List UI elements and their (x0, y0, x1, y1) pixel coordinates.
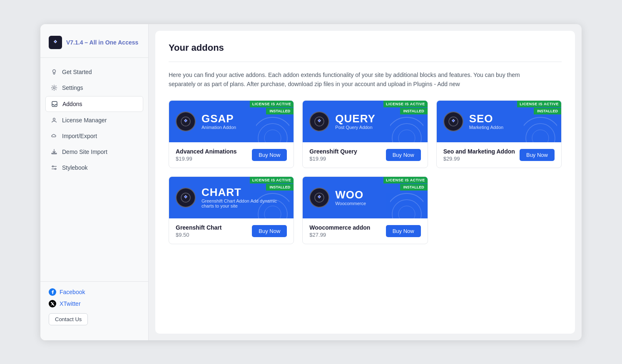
addon-footer-gsap: Advanced Animations $19.99 Buy Now (169, 142, 294, 168)
svg-point-23 (398, 130, 415, 142)
svg-point-35 (318, 196, 321, 198)
twitter-icon (49, 300, 56, 307)
addon-name-chart: Greenshift Chart (176, 224, 221, 231)
page-title: Your addons (169, 42, 562, 53)
svg-point-28 (532, 130, 549, 142)
facebook-label: Facebook (60, 289, 85, 295)
svg-point-6 (53, 118, 55, 120)
sidebar-item-get-started[interactable]: Get Started (45, 64, 143, 79)
addon-icon-chart (176, 188, 196, 208)
addon-banner-chart: CHART Greenshift Chart Addon Add dynamic… (169, 177, 294, 218)
svg-point-10 (52, 166, 54, 167)
addon-banner-subtitle-seo: Marketing Addon (469, 125, 504, 130)
sidebar-item-settings[interactable]: Settings (45, 80, 143, 95)
addon-card-chart: CHART Greenshift Chart Addon Add dynamic… (169, 176, 294, 244)
addon-price-woo: $27.99 (309, 232, 370, 238)
facebook-icon (49, 288, 56, 296)
addon-banner-text-seo: SEO Marketing Addon (469, 113, 504, 130)
svg-rect-7 (52, 153, 57, 154)
svg-point-1 (55, 41, 56, 42)
sidebar-item-import-export[interactable]: Import/Export (45, 129, 143, 144)
sidebar-item-demo-site-import[interactable]: Demo Site Import (45, 144, 143, 159)
svg-point-22 (392, 124, 421, 142)
addon-name-query: Greenshift Query (309, 148, 357, 155)
buy-now-button-query[interactable]: Buy Now (386, 149, 421, 161)
addon-badges-gsap: LICENSE IS ACTIVE INSTALLED (250, 101, 294, 114)
svg-point-17 (258, 124, 287, 142)
addon-icon-query (309, 111, 329, 131)
sidebar: V7.1.4 – All in One Access Get Started (40, 24, 149, 340)
addon-license-badge-seo: LICENSE IS ACTIVE (517, 101, 561, 107)
buy-now-button-gsap[interactable]: Buy Now (252, 149, 287, 161)
download-icon (50, 148, 58, 156)
svg-point-27 (526, 124, 555, 142)
sidebar-nav: Get Started Settings (40, 64, 148, 281)
addon-icon-gsap (176, 111, 196, 131)
addon-license-badge-chart: LICENSE IS ACTIVE (250, 177, 294, 183)
addon-price-query: $19.99 (309, 156, 357, 162)
sidebar-logo: V7.1.4 – All in One Access (40, 32, 148, 58)
svg-point-18 (264, 130, 281, 142)
addon-banner-name-woo: WOO (335, 189, 366, 200)
sidebar-item-import-export-label: Import/Export (62, 133, 97, 139)
logo-icon (49, 36, 62, 49)
addon-license-badge-woo: LICENSE IS ACTIVE (383, 177, 428, 183)
addon-badges-woo: LICENSE IS ACTIVE INSTALLED (383, 177, 428, 191)
addon-banner-subtitle-chart: Greenshift Chart Addon Add dynamic chart… (202, 198, 287, 208)
sidebar-item-license-manager[interactable]: License Manager (45, 113, 143, 128)
svg-point-2 (53, 69, 56, 72)
sidebar-item-stylebook[interactable]: Stylebook (45, 160, 143, 175)
buy-now-button-seo[interactable]: Buy Now (520, 149, 555, 161)
addon-banner-text-woo: WOO Woocommerce (335, 189, 366, 206)
addon-banner-subtitle-gsap: Animation Addon (202, 125, 236, 130)
contact-us-button[interactable]: Contact Us (49, 313, 88, 325)
addon-banner-text-query: QUERY Post Query Addon (335, 113, 376, 130)
addon-banner-seo: SEO Marketing Addon LICENSE IS ACTIVE IN… (437, 101, 561, 142)
svg-point-30 (185, 196, 187, 198)
sidebar-item-settings-label: Settings (62, 84, 83, 91)
main-content: Your addons Here you can find your activ… (155, 31, 575, 334)
addon-banner-subtitle-woo: Woocommerce (335, 201, 366, 206)
addon-price-seo: $29.99 (443, 156, 515, 162)
lightbulb-icon (50, 68, 58, 76)
sidebar-footer: Facebook XTwitter Contact Us (40, 281, 148, 332)
svg-point-15 (185, 120, 187, 122)
svg-point-4 (53, 87, 55, 89)
buy-now-button-woo[interactable]: Buy Now (386, 225, 421, 237)
cloud-icon (50, 132, 58, 140)
addon-footer-chart: Greenshift Chart $9.50 Buy Now (169, 218, 294, 244)
inbox-icon (51, 100, 58, 108)
addon-license-badge-gsap: LICENSE IS ACTIVE (250, 101, 294, 107)
person-icon (50, 116, 58, 124)
addon-footer-seo: Seo and Marketing Addon $29.99 Buy Now (437, 142, 561, 168)
addon-badges-query: LICENSE IS ACTIVE INSTALLED (383, 101, 428, 114)
addon-banner-gsap: GSAP Animation Addon LICENSE IS ACTIVE I… (169, 101, 294, 142)
addon-card-gsap: GSAP Animation Addon LICENSE IS ACTIVE I… (169, 100, 294, 168)
sidebar-item-addons[interactable]: Addons (45, 96, 143, 112)
svg-point-11 (55, 168, 56, 169)
twitter-link[interactable]: XTwitter (49, 300, 140, 307)
addon-banner-text-chart: CHART Greenshift Chart Addon Add dynamic… (202, 187, 287, 208)
svg-point-25 (452, 120, 454, 122)
sidebar-item-demo-site-import-label: Demo Site Import (62, 149, 107, 155)
facebook-link[interactable]: Facebook (49, 288, 140, 296)
addon-name-woo: Woocommerce addon (309, 224, 370, 231)
buy-now-button-chart[interactable]: Buy Now (252, 225, 287, 237)
sidebar-item-stylebook-label: Stylebook (62, 164, 87, 171)
addon-banner-woo: WOO Woocommerce LICENSE IS ACTIVE INSTAL… (303, 177, 427, 218)
sidebar-item-get-started-label: Get Started (62, 69, 92, 75)
addon-banner-name-gsap: GSAP (202, 113, 236, 124)
addon-price-gsap: $19.99 (176, 156, 237, 162)
svg-point-38 (398, 206, 415, 218)
addons-grid: GSAP Animation Addon LICENSE IS ACTIVE I… (169, 100, 562, 244)
title-divider (169, 62, 562, 62)
addon-banner-name-chart: CHART (202, 187, 287, 198)
addon-banner-name-query: QUERY (335, 113, 376, 124)
sliders-icon (50, 164, 58, 171)
addon-card-woo: WOO Woocommerce LICENSE IS ACTIVE INSTAL… (302, 176, 428, 244)
addon-footer-query: Greenshift Query $19.99 Buy Now (303, 142, 427, 168)
addon-banner-name-seo: SEO (469, 113, 504, 124)
logo-version: V7.1.4 – All in One Access (66, 39, 138, 46)
addon-name-gsap: Advanced Animations (176, 148, 237, 155)
gear-icon (50, 84, 58, 92)
